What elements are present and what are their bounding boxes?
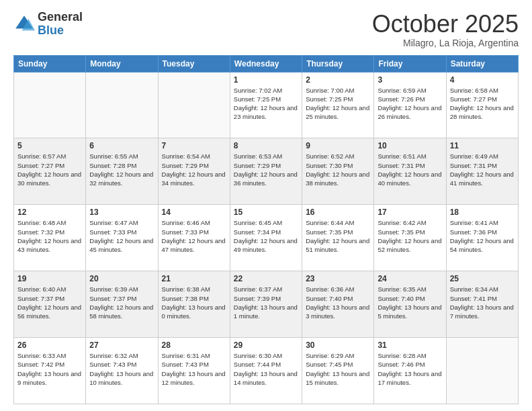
calendar-cell: 9Sunrise: 6:52 AMSunset: 7:30 PMDaylight… xyxy=(302,138,374,205)
day-number: 22 xyxy=(234,274,298,283)
header: General Blue October 2025 Milagro, La Ri… xyxy=(13,11,519,48)
day-number: 26 xyxy=(17,340,82,350)
day-number: 21 xyxy=(162,274,226,283)
logo: General Blue xyxy=(13,11,83,38)
calendar-cell: 13Sunrise: 6:47 AMSunset: 7:33 PMDayligh… xyxy=(86,205,158,271)
day-number: 19 xyxy=(17,274,82,283)
day-info: Sunrise: 6:45 AMSunset: 7:34 PMDaylight:… xyxy=(234,218,298,254)
day-number: 15 xyxy=(234,208,298,217)
calendar-week-row: 12Sunrise: 6:48 AMSunset: 7:32 PMDayligh… xyxy=(14,205,519,271)
day-info: Sunrise: 6:34 AMSunset: 7:41 PMDaylight:… xyxy=(450,285,515,320)
calendar-cell: 12Sunrise: 6:48 AMSunset: 7:32 PMDayligh… xyxy=(14,205,86,271)
calendar-cell: 25Sunrise: 6:34 AMSunset: 7:41 PMDayligh… xyxy=(446,271,518,338)
day-number: 13 xyxy=(89,208,154,217)
day-info: Sunrise: 6:59 AMSunset: 7:26 PMDaylight:… xyxy=(378,86,442,122)
day-number: 11 xyxy=(450,141,515,150)
calendar-cell: 6Sunrise: 6:55 AMSunset: 7:28 PMDaylight… xyxy=(86,138,158,205)
weekday-header: Sunday xyxy=(14,55,86,72)
day-info: Sunrise: 6:42 AMSunset: 7:35 PMDaylight:… xyxy=(378,218,442,254)
weekday-header: Saturday xyxy=(446,55,518,72)
calendar-cell xyxy=(446,338,518,404)
day-info: Sunrise: 6:30 AMSunset: 7:44 PMDaylight:… xyxy=(234,351,298,387)
calendar-cell: 7Sunrise: 6:54 AMSunset: 7:29 PMDaylight… xyxy=(158,138,230,205)
calendar-cell: 29Sunrise: 6:30 AMSunset: 7:44 PMDayligh… xyxy=(230,338,302,404)
day-info: Sunrise: 6:48 AMSunset: 7:32 PMDaylight:… xyxy=(17,218,82,254)
calendar-cell xyxy=(158,72,230,138)
calendar-cell: 27Sunrise: 6:32 AMSunset: 7:43 PMDayligh… xyxy=(86,338,158,404)
calendar-week-row: 1Sunrise: 7:02 AMSunset: 7:25 PMDaylight… xyxy=(14,72,519,138)
day-number: 10 xyxy=(378,141,442,150)
day-number: 20 xyxy=(89,274,154,283)
calendar-header-row: SundayMondayTuesdayWednesdayThursdayFrid… xyxy=(14,55,519,72)
day-number: 18 xyxy=(450,208,515,217)
calendar-cell: 2Sunrise: 7:00 AMSunset: 7:25 PMDaylight… xyxy=(302,72,374,138)
calendar-cell: 24Sunrise: 6:35 AMSunset: 7:40 PMDayligh… xyxy=(374,271,446,338)
day-info: Sunrise: 6:35 AMSunset: 7:40 PMDaylight:… xyxy=(378,285,442,320)
weekday-header: Friday xyxy=(374,55,446,72)
calendar-cell: 1Sunrise: 7:02 AMSunset: 7:25 PMDaylight… xyxy=(230,72,302,138)
day-info: Sunrise: 6:38 AMSunset: 7:38 PMDaylight:… xyxy=(162,285,226,320)
calendar-cell: 19Sunrise: 6:40 AMSunset: 7:37 PMDayligh… xyxy=(14,271,86,338)
calendar-week-row: 19Sunrise: 6:40 AMSunset: 7:37 PMDayligh… xyxy=(14,271,519,338)
calendar-week-row: 26Sunrise: 6:33 AMSunset: 7:42 PMDayligh… xyxy=(14,338,519,404)
day-number: 9 xyxy=(306,141,370,150)
calendar-cell: 26Sunrise: 6:33 AMSunset: 7:42 PMDayligh… xyxy=(14,338,86,404)
day-info: Sunrise: 6:28 AMSunset: 7:46 PMDaylight:… xyxy=(378,351,442,387)
day-number: 27 xyxy=(89,340,154,350)
day-info: Sunrise: 6:58 AMSunset: 7:27 PMDaylight:… xyxy=(450,86,515,122)
day-number: 14 xyxy=(162,208,226,217)
day-number: 2 xyxy=(306,75,370,85)
calendar-cell xyxy=(14,72,86,138)
subtitle: Milagro, La Rioja, Argentina xyxy=(372,38,519,48)
logo-text: General Blue xyxy=(38,11,83,38)
calendar-table: SundayMondayTuesdayWednesdayThursdayFrid… xyxy=(13,55,519,404)
day-number: 25 xyxy=(450,274,515,283)
calendar-cell xyxy=(86,72,158,138)
day-number: 28 xyxy=(162,340,226,350)
calendar-cell: 5Sunrise: 6:57 AMSunset: 7:27 PMDaylight… xyxy=(14,138,86,205)
calendar-cell: 10Sunrise: 6:51 AMSunset: 7:31 PMDayligh… xyxy=(374,138,446,205)
day-number: 29 xyxy=(234,340,298,350)
day-number: 8 xyxy=(234,141,298,150)
day-number: 6 xyxy=(89,141,154,150)
day-number: 5 xyxy=(17,141,82,150)
page: General Blue October 2025 Milagro, La Ri… xyxy=(0,0,532,411)
calendar-cell: 22Sunrise: 6:37 AMSunset: 7:39 PMDayligh… xyxy=(230,271,302,338)
day-info: Sunrise: 7:00 AMSunset: 7:25 PMDaylight:… xyxy=(306,86,370,122)
day-number: 31 xyxy=(378,340,442,350)
day-info: Sunrise: 6:52 AMSunset: 7:30 PMDaylight:… xyxy=(306,152,370,187)
calendar-cell: 17Sunrise: 6:42 AMSunset: 7:35 PMDayligh… xyxy=(374,205,446,271)
day-info: Sunrise: 6:46 AMSunset: 7:33 PMDaylight:… xyxy=(162,218,226,254)
calendar-cell: 15Sunrise: 6:45 AMSunset: 7:34 PMDayligh… xyxy=(230,205,302,271)
calendar-cell: 18Sunrise: 6:41 AMSunset: 7:36 PMDayligh… xyxy=(446,205,518,271)
weekday-header: Wednesday xyxy=(230,55,302,72)
day-info: Sunrise: 6:32 AMSunset: 7:43 PMDaylight:… xyxy=(89,351,154,387)
calendar-cell: 20Sunrise: 6:39 AMSunset: 7:37 PMDayligh… xyxy=(86,271,158,338)
calendar-cell: 4Sunrise: 6:58 AMSunset: 7:27 PMDaylight… xyxy=(446,72,518,138)
day-info: Sunrise: 6:51 AMSunset: 7:31 PMDaylight:… xyxy=(378,152,442,187)
day-number: 23 xyxy=(306,274,370,283)
calendar-cell: 3Sunrise: 6:59 AMSunset: 7:26 PMDaylight… xyxy=(374,72,446,138)
calendar-cell: 21Sunrise: 6:38 AMSunset: 7:38 PMDayligh… xyxy=(158,271,230,338)
day-number: 24 xyxy=(378,274,442,283)
logo-general: General xyxy=(38,11,83,24)
day-number: 7 xyxy=(162,141,226,150)
day-number: 12 xyxy=(17,208,82,217)
day-number: 17 xyxy=(378,208,442,217)
day-info: Sunrise: 6:31 AMSunset: 7:43 PMDaylight:… xyxy=(162,351,226,387)
day-info: Sunrise: 6:49 AMSunset: 7:31 PMDaylight:… xyxy=(450,152,515,187)
logo-blue: Blue xyxy=(38,24,83,38)
day-info: Sunrise: 6:40 AMSunset: 7:37 PMDaylight:… xyxy=(17,285,82,320)
calendar-cell: 11Sunrise: 6:49 AMSunset: 7:31 PMDayligh… xyxy=(446,138,518,205)
weekday-header: Thursday xyxy=(302,55,374,72)
day-number: 3 xyxy=(378,75,442,85)
calendar-cell: 30Sunrise: 6:29 AMSunset: 7:45 PMDayligh… xyxy=(302,338,374,404)
weekday-header: Monday xyxy=(86,55,158,72)
calendar-week-row: 5Sunrise: 6:57 AMSunset: 7:27 PMDaylight… xyxy=(14,138,519,205)
day-info: Sunrise: 6:57 AMSunset: 7:27 PMDaylight:… xyxy=(17,152,82,187)
weekday-header: Tuesday xyxy=(158,55,230,72)
logo-icon xyxy=(13,13,35,35)
title-block: October 2025 Milagro, La Rioja, Argentin… xyxy=(372,11,519,48)
day-info: Sunrise: 6:36 AMSunset: 7:40 PMDaylight:… xyxy=(306,285,370,320)
calendar-cell: 8Sunrise: 6:53 AMSunset: 7:29 PMDaylight… xyxy=(230,138,302,205)
